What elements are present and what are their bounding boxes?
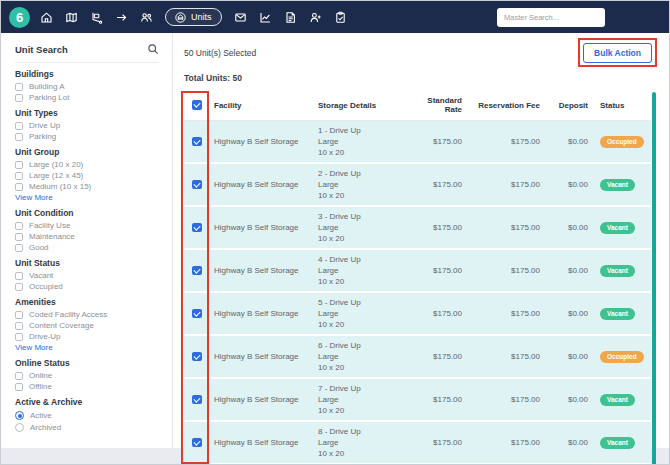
filter-option-facility-use[interactable]: Facility Use (15, 222, 159, 230)
master-search-input[interactable] (497, 8, 605, 27)
checkbox-unchecked[interactable] (15, 322, 23, 330)
row-checkbox[interactable] (192, 266, 202, 276)
radio-selected[interactable] (15, 411, 24, 420)
storage-details-cell: 5 - Drive UpLarge10 x 20 (318, 297, 402, 330)
checkbox-unchecked[interactable] (15, 283, 23, 291)
checkbox-unchecked[interactable] (15, 83, 23, 91)
tasks-icon[interactable] (334, 11, 347, 24)
table-row[interactable]: Highway B Self Storage 1 - Drive UpLarge… (184, 121, 651, 164)
table-row[interactable]: Highway B Self Storage 2 - Drive UpLarge… (184, 163, 651, 206)
filter-option-drive-up[interactable]: Drive Up (15, 122, 159, 130)
filter-section-buildings: Buildings Building A Parking Lot (15, 70, 159, 102)
checkbox-unchecked[interactable] (15, 161, 23, 169)
checkbox-unchecked[interactable] (15, 244, 23, 252)
checkbox-unchecked[interactable] (15, 122, 23, 130)
bulk-action-button[interactable]: Bulk Action (583, 43, 652, 63)
search-icon[interactable] (147, 43, 159, 55)
filter-option-active[interactable]: Active (15, 411, 159, 420)
row-checkbox[interactable] (192, 223, 202, 233)
storage-details-cell: 7 - Drive UpLarge10 x 20 (318, 383, 402, 416)
units-main-panel: 50 Unit(s) Selected Bulk Action Total Un… (173, 33, 669, 448)
table-row[interactable]: Highway B Self Storage 8 - Drive UpLarge… (184, 421, 651, 464)
table-scrollbar[interactable] (652, 92, 656, 465)
checkbox-unchecked[interactable] (15, 183, 23, 191)
filter-option-maintenance[interactable]: Maintenance (15, 233, 159, 241)
status-badge: Vacant (600, 437, 635, 449)
radio-unselected[interactable] (15, 423, 24, 432)
filter-option-large-12-x-45[interactable]: Large (12 x 45) (15, 172, 159, 180)
filter-section-amenities: Amenities Coded Facility Access Content … (15, 298, 159, 352)
checkbox-unchecked[interactable] (15, 233, 23, 241)
team-icon[interactable] (140, 11, 153, 24)
contacts-icon[interactable] (309, 11, 322, 24)
storage-details-cell: 4 - Drive UpLarge10 x 20 (318, 254, 402, 287)
checkbox-unchecked[interactable] (15, 172, 23, 180)
filter-option-offline[interactable]: Offline (15, 383, 159, 391)
app-logo[interactable]: 6 (9, 7, 30, 28)
filter-option-content-coverage[interactable]: Content Coverage (15, 322, 159, 330)
checkbox-unchecked[interactable] (15, 133, 23, 141)
checkbox-unchecked[interactable] (15, 272, 23, 280)
checkbox-unchecked[interactable] (15, 222, 23, 230)
view-more-link[interactable]: View More (15, 194, 159, 202)
storage-details-cell: 6 - Drive UpLarge10 x 20 (318, 340, 402, 373)
filter-option-coded-facility-access[interactable]: Coded Facility Access (15, 311, 159, 319)
filter-option-parking-lot[interactable]: Parking Lot (15, 94, 159, 102)
checkbox-unchecked[interactable] (15, 333, 23, 341)
documents-icon[interactable] (284, 11, 297, 24)
filter-option-label: Offline (29, 383, 52, 391)
arrow-right-icon[interactable] (115, 11, 128, 24)
mail-icon[interactable] (234, 11, 247, 24)
column-header-reservation-fee: Reservation Fee (470, 90, 548, 121)
table-row[interactable]: Highway B Self Storage 6 - Drive UpLarge… (184, 335, 651, 378)
facility-cell: Highway B Self Storage (210, 378, 314, 421)
row-checkbox[interactable] (192, 395, 202, 405)
filter-option-label: Drive Up (29, 122, 60, 130)
view-more-link[interactable]: View More (15, 344, 159, 352)
row-checkbox[interactable] (192, 137, 202, 147)
checkbox-unchecked[interactable] (15, 372, 23, 380)
move-icon[interactable] (90, 11, 103, 24)
row-checkbox[interactable] (192, 352, 202, 362)
reports-icon[interactable] (259, 11, 272, 24)
filter-option-building-a[interactable]: Building A (15, 83, 159, 91)
standard-rate-cell: $175.00 (406, 335, 470, 378)
row-checkbox[interactable] (192, 180, 202, 190)
checkbox-unchecked[interactable] (15, 94, 23, 102)
checkbox-unchecked[interactable] (15, 311, 23, 319)
filter-option-vacant[interactable]: Vacant (15, 272, 159, 280)
table-row[interactable]: Highway B Self Storage 4 - Drive UpLarge… (184, 249, 651, 292)
filter-option-archived[interactable]: Archived (15, 423, 159, 432)
filter-option-label: Content Coverage (29, 322, 94, 330)
status-badge: Vacant (600, 265, 635, 277)
column-header-facility: Facility (210, 90, 314, 121)
filter-option-label: Archived (30, 424, 61, 432)
filter-option-label: Occupied (29, 283, 63, 291)
filter-option-large-10-x-20[interactable]: Large (10 x 20) (15, 161, 159, 169)
table-row[interactable]: Highway B Self Storage 7 - Drive UpLarge… (184, 378, 651, 421)
filter-option-parking[interactable]: Parking (15, 133, 159, 141)
nav-item-units[interactable]: Units (165, 8, 222, 26)
units-icon (175, 12, 186, 23)
filter-option-online[interactable]: Online (15, 372, 159, 380)
map-icon[interactable] (65, 11, 78, 24)
row-checkbox[interactable] (192, 309, 202, 319)
filter-option-drive-up[interactable]: Drive-Up (15, 333, 159, 341)
home-icon[interactable] (40, 11, 53, 24)
select-all-checkbox[interactable] (192, 100, 202, 110)
deposit-cell: $0.00 (548, 421, 596, 464)
filter-option-label: Medium (10 x 15) (29, 183, 91, 191)
filter-option-good[interactable]: Good (15, 244, 159, 252)
checkbox-unchecked[interactable] (15, 383, 23, 391)
row-checkbox[interactable] (192, 438, 202, 448)
filter-option-medium-10-x-15[interactable]: Medium (10 x 15) (15, 183, 159, 191)
filter-option-label: Parking Lot (29, 94, 69, 102)
reservation-fee-cell: $175.00 (470, 378, 548, 421)
deposit-cell: $0.00 (548, 163, 596, 206)
app-window: 6 Units (0, 0, 670, 465)
status-badge: Vacant (600, 179, 635, 191)
filter-option-occupied[interactable]: Occupied (15, 283, 159, 291)
table-row[interactable]: Highway B Self Storage 5 - Drive UpLarge… (184, 292, 651, 335)
table-row[interactable]: Highway B Self Storage 3 - Drive UpLarge… (184, 206, 651, 249)
status-badge: Occupied (600, 136, 644, 148)
